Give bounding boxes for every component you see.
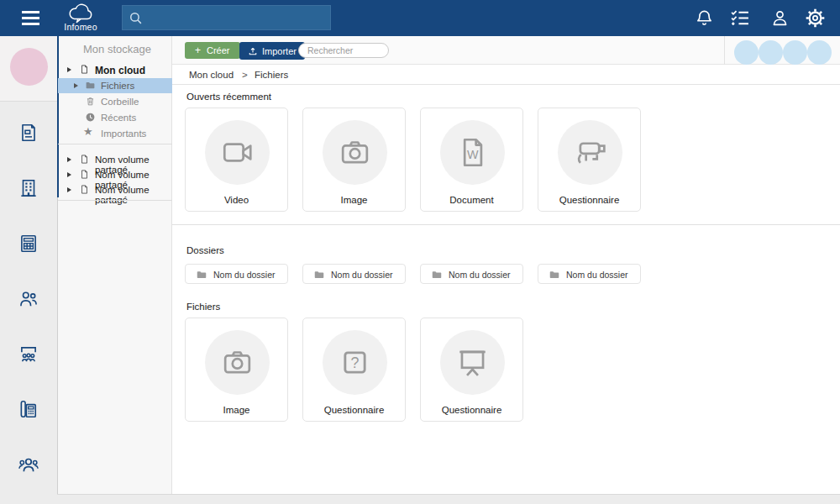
word-document-icon [454,134,491,171]
tree-item-volume-3[interactable]: Nom volume partagé [58,182,173,197]
caret-icon[interactable] [74,83,78,88]
fax-phone-icon[interactable] [18,398,39,420]
app-logo[interactable]: Infomeo [59,2,102,35]
storage-panel-title: Mon stockage [83,43,151,55]
section-title-folders: Dossiers [186,245,224,255]
notifications-bell-icon[interactable] [694,8,715,29]
sidebar-divider [58,200,173,201]
tree-item-corbeille[interactable]: Corbeille [58,94,173,109]
card-label: Document [421,195,522,205]
documents-icon[interactable] [18,122,39,144]
recent-card-video[interactable]: Video [185,108,288,212]
tree-item-volume-2[interactable]: Nom volume partagé [58,167,173,182]
caret-icon[interactable] [67,157,71,162]
action-bar: +Créer Importer [172,36,840,65]
section-title-files: Fichiers [186,302,220,312]
tree-item-recents[interactable]: Récents [58,110,173,125]
caret-icon[interactable] [67,67,71,72]
hamburger-menu-icon[interactable] [22,11,39,25]
logo-text: Infomeo [59,22,102,32]
bottom-strip [57,494,840,504]
breadcrumb-root[interactable]: Mon cloud [189,65,234,85]
file-card-questionnaire-1[interactable]: Questionnaire [302,318,406,422]
presentation-board-icon [454,344,491,381]
building-icon[interactable] [18,177,39,199]
camera-icon [219,344,255,381]
breadcrumb-current: Fichiers [255,65,288,85]
clock-icon [85,112,96,123]
card-label: Questionnaire [421,405,522,415]
recent-card-questionnaire[interactable]: Questionnaire [538,108,641,212]
profile-icon[interactable] [769,8,790,29]
folder-chip[interactable]: Nom du dossier [538,264,641,284]
trash-icon [85,96,96,107]
file-card-questionnaire-2[interactable]: Questionnaire [420,318,523,422]
global-search-box[interactable] [122,5,331,30]
vr-headset-icon [572,134,608,171]
calculator-icon[interactable] [18,233,39,255]
task-list-icon[interactable] [729,8,750,29]
breadcrumb: Mon cloud > Fichiers [172,65,840,85]
card-label: Image [303,195,405,205]
caret-icon[interactable] [67,187,71,192]
file-card-image[interactable]: Image [185,318,288,422]
drive-icon [79,64,90,75]
avatar[interactable] [10,48,48,86]
user-circle-placeholder[interactable] [759,40,783,65]
star-icon: ★ [83,125,93,138]
contacts-icon[interactable] [18,288,39,310]
create-button[interactable]: +Créer [185,42,240,59]
main-content: +Créer Importer Mon cloud > Fichiers Ouv… [172,36,840,494]
user-circle-placeholder[interactable] [734,40,759,65]
global-search-input[interactable] [148,6,328,29]
top-bar: Infomeo [0,0,840,36]
video-icon [219,134,255,171]
folder-chip[interactable]: Nom du dossier [420,264,523,284]
folder-icon [85,80,96,91]
user-circle-placeholder[interactable] [783,40,807,65]
meeting-icon[interactable] [18,344,39,365]
breadcrumb-separator: > [242,65,248,85]
tree-item-importants[interactable]: ★ Importants [58,126,173,141]
toolbar-divider [724,36,725,65]
left-rail [0,36,57,504]
search-icon [129,11,143,25]
card-label: Video [186,195,287,205]
upload-icon [248,46,258,56]
section-divider [172,224,840,225]
caret-icon[interactable] [67,172,71,177]
plus-icon: + [195,45,201,56]
files-search-input[interactable] [298,43,389,58]
question-mark-icon [337,344,373,381]
storage-sidebar: Mon stockage Mon cloud Fichiers Corbeill… [57,36,172,494]
folder-chip[interactable]: Nom du dossier [302,264,406,284]
folder-chip[interactable]: Nom du dossier [185,264,288,284]
folder-icon [549,269,560,281]
folder-icon [313,269,325,281]
card-label: Image [186,405,287,415]
volume-icon [79,169,90,180]
card-label: Questionnaire [538,195,640,205]
section-title-recent: Ouverts récemment [186,92,271,102]
tree-item-fichiers[interactable]: Fichiers [58,78,173,93]
tree-item-mon-cloud[interactable]: Mon cloud [58,62,173,77]
tree-item-volume-1[interactable]: Nom volume partagé [58,152,173,167]
volume-icon [79,184,90,195]
card-label: Questionnaire [303,405,405,415]
recent-card-image[interactable]: Image [302,108,406,212]
recent-card-document[interactable]: Document [420,108,523,212]
camera-icon [337,134,373,171]
user-circle-placeholder[interactable] [807,40,832,65]
avatar-section [0,36,57,102]
community-icon[interactable] [18,454,39,475]
import-button[interactable]: Importer [239,42,305,60]
volume-icon [79,154,90,165]
sidebar-divider [58,144,173,144]
settings-gear-icon[interactable] [805,8,826,29]
folder-icon [431,269,443,281]
folder-icon [196,269,207,281]
